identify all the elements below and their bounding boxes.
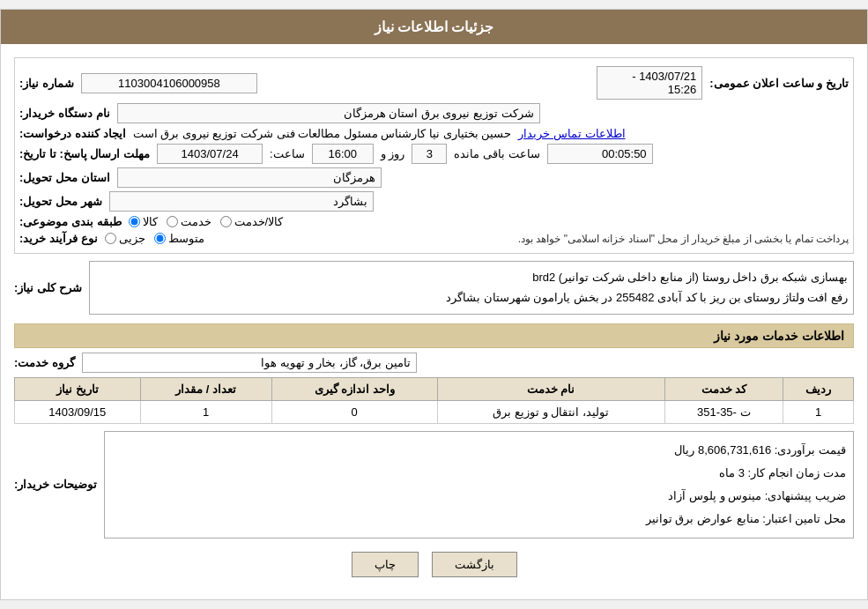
col-quantity: تعداد / مقدار [140, 377, 271, 400]
notes-line3: ضریب پیشنهادی: مینوس و پلوس آزاد [112, 485, 846, 508]
button-row: بازگشت چاپ [14, 552, 854, 577]
print-button[interactable]: چاپ [352, 552, 419, 577]
khedmat-radio[interactable] [167, 216, 178, 227]
category-option-kala[interactable]: کالا [129, 215, 158, 228]
motavaset-label: متوسط [168, 232, 204, 245]
service-group-value: تامین برق، گاز، بخار و تهویه هوا [82, 353, 417, 373]
creator-link[interactable]: اطلاعات تماس خریدار [518, 127, 625, 140]
need-number-label: شماره نیاز: [19, 77, 74, 90]
deadline-days: 3 [412, 144, 447, 164]
kala-radio[interactable] [129, 216, 140, 227]
service-group-label: گروه خدمت: [14, 356, 75, 369]
buyer-notes-label: توضیحات خریدار: [14, 478, 97, 491]
kala-khedmat-label: کالا/خدمت [234, 215, 284, 228]
jozi-radio[interactable] [105, 233, 116, 244]
cell-quantity: 1 [140, 400, 271, 423]
col-need-date: تاریخ نیاز [15, 377, 141, 400]
notes-line1: قیمت برآوردی: 8,606,731,616 ریال [112, 439, 846, 462]
purchase-type-note: پرداخت تمام یا بخشی از مبلغ خریدار از مح… [211, 233, 849, 245]
purchase-type-label: نوع فرآیند خرید: [19, 232, 98, 245]
deadline-remaining-label: ساعت باقی مانده [454, 147, 539, 160]
notes-line4: محل تامین اعتبار: منابع عوارض برق توانیر [112, 508, 846, 531]
description-label: شرح کلی نیاز: [14, 281, 82, 294]
motavaset-radio[interactable] [154, 233, 166, 244]
buyer-notes-box: قیمت برآوردی: 8,606,731,616 ریال مدت زما… [104, 431, 854, 538]
cell-service-name: تولید، انتقال و توزیع برق [437, 400, 664, 423]
delivery-city-value: بشاگرد [109, 191, 374, 212]
deadline-remaining: 00:05:50 [547, 144, 653, 164]
deadline-label: مهلت ارسال پاسخ: تا تاریخ: [19, 147, 150, 160]
creator-label: ایجاد کننده درخواست: [19, 127, 126, 140]
description-line1: بهسازی شبکه برق داخل روستا (از منابع داخ… [95, 267, 848, 287]
category-radio-group: کالا/خدمت خدمت کالا [129, 215, 284, 228]
purchase-type-motavaset[interactable]: متوسط [154, 232, 204, 245]
category-label: طبقه بندی موضوعی: [19, 215, 122, 228]
cell-need-date: 1403/09/15 [15, 400, 141, 423]
category-option-kala-khedmat[interactable]: کالا/خدمت [220, 215, 284, 228]
announcement-label: تاریخ و ساعت اعلان عمومی: [709, 77, 849, 90]
table-row: 1 ت -35-351 تولید، انتقال و توزیع برق 0 … [15, 400, 854, 423]
col-service-code: کد خدمت [664, 377, 783, 400]
khedmat-label: خدمت [181, 215, 211, 228]
services-table: ردیف کد خدمت نام خدمت واحد اندازه گیری ت… [14, 377, 854, 424]
cell-service-code: ت -35-351 [664, 400, 783, 423]
kala-khedmat-radio[interactable] [220, 216, 232, 227]
deadline-date: 1403/07/24 [157, 144, 263, 164]
deadline-days-label: روز و [381, 147, 405, 160]
col-service-name: نام خدمت [437, 377, 664, 400]
description-line2: رفع افت ولتاژ روستای بن ریز با کد آبادی … [95, 287, 848, 308]
category-option-khedmat[interactable]: خدمت [167, 215, 211, 228]
announcement-value: 1403/07/21 - 15:26 [597, 66, 702, 100]
cell-unit: 0 [271, 400, 437, 423]
page-title: جزئیات اطلاعات نیاز [1, 10, 867, 44]
purchase-type-radio-group: متوسط جزیی [105, 232, 204, 245]
jozi-label: جزیی [119, 232, 145, 245]
notes-line2: مدت زمان انجام کار: 3 ماه [112, 462, 846, 485]
description-box: بهسازی شبکه برق داخل روستا (از منابع داخ… [89, 261, 854, 315]
services-section-title: اطلاعات خدمات مورد نیاز [14, 323, 854, 348]
delivery-province-label: استان محل تحویل: [19, 171, 110, 184]
requester-value: شرکت توزیع نیروی برق استان هرمزگان [117, 103, 540, 123]
requester-label: نام دستگاه خریدار: [19, 107, 110, 120]
purchase-type-jozi[interactable]: جزیی [105, 232, 145, 245]
back-button[interactable]: بازگشت [432, 552, 517, 577]
cell-row: 1 [783, 400, 854, 423]
delivery-city-label: شهر محل تحویل: [19, 195, 102, 208]
need-number-value: 1103004106000958 [81, 73, 257, 93]
creator-value: حسین بختیاری نیا کارشناس مسئول مطالعات ف… [133, 127, 512, 140]
col-unit: واحد اندازه گیری [271, 377, 437, 400]
deadline-time-label: ساعت: [270, 147, 305, 160]
col-row: ردیف [783, 377, 854, 400]
kala-label: کالا [143, 215, 158, 228]
deadline-time: 16:00 [312, 144, 374, 164]
delivery-province-value: هرمزگان [117, 167, 382, 188]
